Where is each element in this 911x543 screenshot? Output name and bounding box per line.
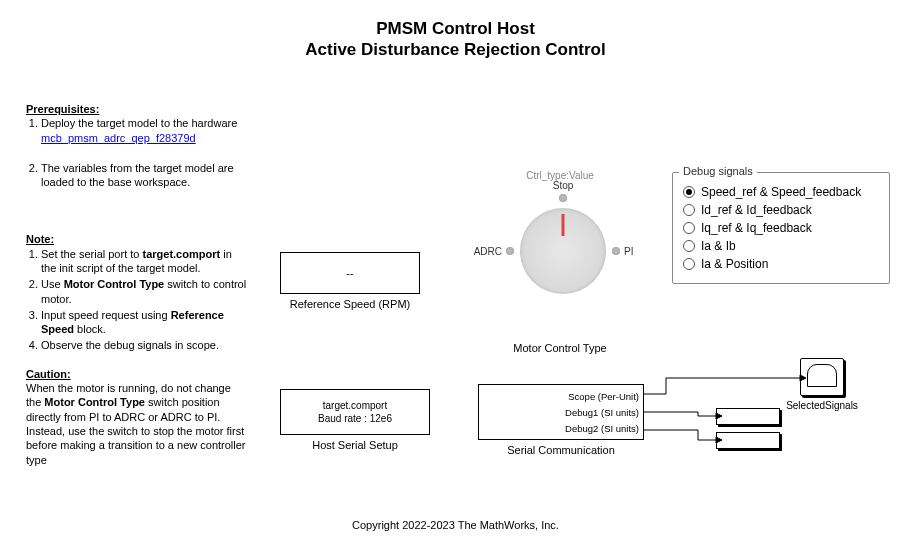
note-heading: Note: [26,233,54,245]
knob-tick-stop [559,194,567,202]
title-line-2: Active Disturbance Rejection Control [0,39,911,60]
radio-icon [683,258,695,270]
host-serial-setup-block[interactable]: target.comport Baud rate : 12e6 [280,389,430,435]
caution-section: Caution: When the motor is running, do n… [26,367,248,467]
debug-option-4[interactable]: Ia & Position [683,257,879,271]
radio-icon [683,204,695,216]
debug-option-1[interactable]: Id_ref & Id_feedback [683,203,879,217]
copyright-text: Copyright 2022-2023 The MathWorks, Inc. [0,519,911,531]
prerequisites-heading: Prerequisites: [26,103,99,115]
scope-label: SelectedSignals [772,400,872,411]
serial-port-debug1: Debug1 (SI units) [565,407,639,418]
motor-control-knob[interactable]: Stop ADRC PI [520,208,606,294]
serial-communication-block[interactable]: Scope (Per-Unit) Debug1 (SI units) Debug… [478,384,644,440]
caution-heading: Caution: [26,368,71,380]
serial-port-debug2: Debug2 (SI units) [565,423,639,434]
radio-icon [683,240,695,252]
title-block: PMSM Control Host Active Disturbance Rej… [0,0,911,61]
prereq-item-2: The variables from the target model are … [41,161,248,190]
note-item-3: Input speed request using Reference Spee… [41,308,248,337]
knob-label-stop: Stop [553,180,574,191]
note-item-4: Observe the debug signals in scope. [41,338,248,352]
debug-option-label: Speed_ref & Speed_feedback [701,185,861,199]
reference-speed-value: -- [346,267,353,279]
knob-label-adrc: ADRC [474,246,502,257]
debug-option-label: Ia & Ib [701,239,736,253]
debug-option-3[interactable]: Ia & Ib [683,239,879,253]
knob-indicator [562,214,565,236]
host-serial-line2: Baud rate : 12e6 [318,412,392,425]
debug-option-0[interactable]: Speed_ref & Speed_feedback [683,185,879,199]
debug-option-2[interactable]: Iq_ref & Iq_feedback [683,221,879,235]
host-serial-line1: target.comport [323,399,387,412]
knob-label-pi: PI [624,246,633,257]
debug-option-label: Id_ref & Id_feedback [701,203,812,217]
reference-speed-label: Reference Speed (RPM) [280,298,420,310]
motor-control-type-label: Motor Control Type [460,342,660,354]
debug-option-label: Iq_ref & Iq_feedback [701,221,812,235]
serial-port-scope: Scope (Per-Unit) [568,391,639,402]
note-item-2: Use Motor Control Type switch to control… [41,277,248,306]
debug-signals-legend: Debug signals [679,165,757,177]
prereq-item-1: Deploy the target model to the hardware … [41,116,248,145]
host-serial-setup-label: Host Serial Setup [280,439,430,451]
note-item-1: Set the serial port to target.comport in… [41,247,248,276]
reference-speed-block[interactable]: -- [280,252,420,294]
debug-option-label: Ia & Position [701,257,768,271]
scope-screen [807,364,837,387]
knob-tick-pi [612,247,620,255]
title-line-1: PMSM Control Host [0,18,911,39]
debug-signals-panel: Debug signals Speed_ref & Speed_feedback… [672,172,890,284]
info-column: Prerequisites: Deploy the target model t… [26,102,248,481]
model-link[interactable]: mcb_pmsm_adrc_qep_f28379d [41,132,196,144]
scope-block[interactable] [800,358,844,396]
display-block-2[interactable] [716,432,780,449]
display-block-1[interactable] [716,408,780,425]
radio-icon [683,222,695,234]
knob-tick-adrc [506,247,514,255]
radio-icon [683,186,695,198]
serial-communication-label: Serial Communication [478,444,644,456]
note-section: Note: Set the serial port to target.comp… [26,232,248,352]
prerequisites-section: Prerequisites: Deploy the target model t… [26,102,248,190]
